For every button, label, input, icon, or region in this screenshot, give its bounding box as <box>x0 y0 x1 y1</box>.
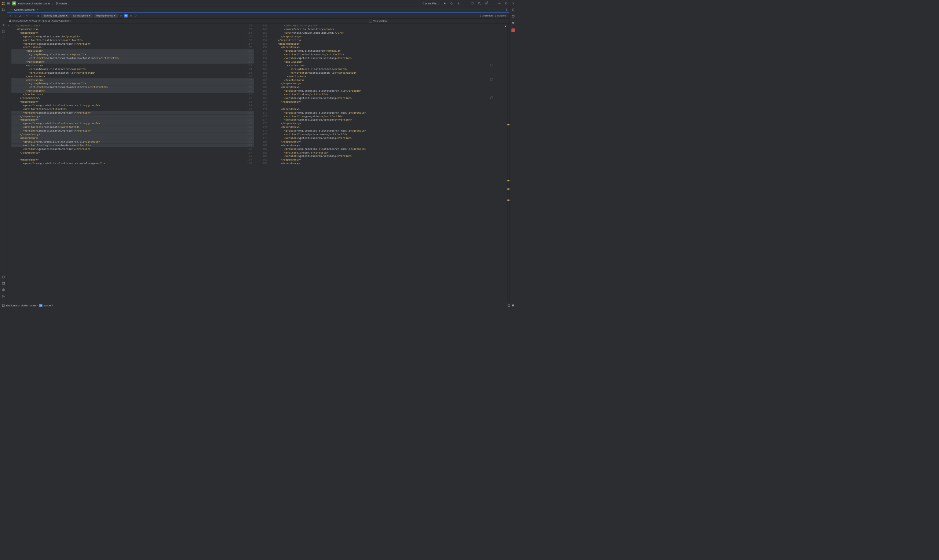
database-icon[interactable] <box>512 15 515 18</box>
structure-tool-icon[interactable] <box>2 30 5 33</box>
code-line[interactable]: <groupId>org.elasticsearch</groupId> 160 <box>11 53 254 57</box>
code-line[interactable]: <exclusion> 163 <box>11 64 254 68</box>
code-line[interactable]: 158 <exclusions> <box>261 60 504 64</box>
include-change-checkbox[interactable] <box>490 96 493 99</box>
project-dropdown[interactable]: elasticsearch-cluster-runner ⌄ <box>19 2 54 5</box>
code-line[interactable]: 178 <artifactId>analysis-common</artifac… <box>261 133 504 136</box>
prev-diff-icon[interactable]: ↑ <box>9 14 12 17</box>
code-line[interactable]: </exclusion> 166 <box>11 75 254 78</box>
code-line[interactable]: <dependency> 173 <box>11 100 254 104</box>
maven-icon[interactable]: m <box>512 21 515 25</box>
maximize-icon[interactable] <box>505 2 508 5</box>
code-line[interactable]: 166 <groupId>org.codelibs.elasticsearch.… <box>261 89 504 93</box>
code-line[interactable]: 163 </exclusions> <box>261 78 504 82</box>
code-line[interactable]: 169 </dependency> <box>261 100 504 104</box>
main-menu-icon[interactable] <box>7 2 10 5</box>
code-line[interactable]: 176 <dependency> <box>261 125 504 129</box>
edit-icon[interactable] <box>19 14 22 17</box>
code-line[interactable]: 160 <groupId>org.elasticsearch</groupId> <box>261 68 504 71</box>
code-line[interactable]: 188 <box>11 154 254 158</box>
run-icon[interactable] <box>443 2 446 5</box>
include-change-checkbox[interactable] <box>490 78 493 81</box>
code-line[interactable]: 182 <groupId>org.codelibs.elasticsearch.… <box>261 147 504 151</box>
code-line[interactable]: 162 </exclusion> <box>261 75 504 78</box>
code-line[interactable]: 152 </repositories> <box>261 38 504 42</box>
code-line[interactable]: <version>${elasticsearch.version}</versi… <box>11 111 254 115</box>
breadcrumb-file[interactable]: pom.xml <box>44 304 53 307</box>
code-line[interactable]: </dependency> 177 <box>11 114 254 118</box>
forward-icon[interactable]: → <box>30 14 33 17</box>
code-line[interactable]: 157 <version>${elasticsearch.version}</v… <box>261 57 504 60</box>
code-with-me-icon[interactable] <box>471 2 474 5</box>
list-icon[interactable] <box>37 14 40 17</box>
code-line[interactable]: 186 <dependency> <box>261 162 504 165</box>
code-line[interactable]: 184 <version>${elasticsearch.version}</v… <box>261 154 504 158</box>
more-tool-icon[interactable] <box>2 36 5 40</box>
code-line[interactable]: <groupId>org.elasticsearch</groupId> 168 <box>11 82 254 85</box>
tab-commit-pom[interactable]: Commit: pom.xml × <box>8 7 41 12</box>
next-diff-icon[interactable]: ↓ <box>14 14 17 17</box>
code-line[interactable]: <artifactId>lz4</artifactId> 175 <box>11 108 254 111</box>
code-line[interactable]: <artifactId>elasticsearch</artifactId> 1… <box>11 38 254 42</box>
collapse-icon[interactable] <box>119 14 122 17</box>
code-line[interactable]: <version>${elasticsearch.version}</versi… <box>11 42 254 45</box>
run-config-dropdown[interactable]: Current File ⌄ <box>422 2 439 5</box>
sync-scroll-icon[interactable] <box>124 14 128 18</box>
debug-icon[interactable] <box>450 2 453 5</box>
search-icon[interactable] <box>478 2 481 5</box>
breadcrumb-root[interactable]: elasticsearch-cluster-runner <box>6 304 36 307</box>
overview-ruler[interactable] <box>507 24 510 303</box>
code-line[interactable]: <groupId>org.elasticsearch</groupId> 155 <box>11 35 254 38</box>
lock-status-icon[interactable]: 🔒 <box>512 304 515 307</box>
include-change-checkbox[interactable] <box>490 64 493 66</box>
code-line[interactable]: 173 <artifactId>aggregations</artifactId… <box>261 114 504 118</box>
code-line[interactable]: <groupId>org.codelibs.elasticsearch.lib<… <box>11 104 254 108</box>
code-line[interactable]: <artifactId>elasticsearch-plugin-classlo… <box>11 57 254 60</box>
code-line[interactable]: 153 <dependencies> <box>261 42 504 45</box>
code-line[interactable]: 167 <artifactId>lz4</artifactId> <box>261 93 504 96</box>
code-line[interactable]: <exclusion> » 167 <box>11 78 254 82</box>
code-line[interactable]: 181 <dependency> <box>261 144 504 147</box>
code-line[interactable]: </dependency> 172 <box>11 96 254 100</box>
code-line[interactable]: <version>${elasticsearch.version}</versi… <box>11 147 254 151</box>
code-line[interactable]: 151 </repository> <box>261 35 504 38</box>
red-tool-icon[interactable] <box>511 29 515 32</box>
code-line[interactable]: </exclusion> 162 <box>11 60 254 64</box>
code-line[interactable]: 150 <url>https://maven.codelibs.org/</ur… <box>261 31 504 35</box>
left-diff-pane[interactable]: </repositories> 152 <dependencies> 153 <… <box>11 24 254 303</box>
notifications-icon[interactable] <box>512 8 515 11</box>
code-line[interactable]: 156 <artifactId>elasticsearch</artifactI… <box>261 53 504 57</box>
code-line[interactable]: <groupId>org.elasticsearch</groupId> 164 <box>11 68 254 71</box>
close-tab-icon[interactable]: × <box>35 8 39 11</box>
minimize-icon[interactable] <box>498 2 501 5</box>
code-line[interactable]: <dependency> 183 <box>11 136 254 140</box>
code-line[interactable]: 180 </dependency> <box>261 140 504 144</box>
commit-tool-icon[interactable] <box>2 23 5 27</box>
your-version-checkbox[interactable] <box>369 20 372 23</box>
branch-dropdown[interactable]: master ⌄ <box>56 2 70 5</box>
code-line[interactable]: </exclusion> 170 <box>11 89 254 93</box>
code-line[interactable]: <artifactId>preallocate</artifactId> 180 <box>11 125 254 129</box>
code-line[interactable]: <exclusion> » 159 <box>11 49 254 53</box>
code-line[interactable]: <groupId>org.codelibs.elasticsearch.modu… <box>11 162 254 165</box>
indent-icon[interactable] <box>508 304 510 307</box>
terminal-tool-icon[interactable] <box>2 282 5 285</box>
code-line[interactable]: 155 <groupId>org.elasticsearch</groupId> <box>261 49 504 53</box>
code-line[interactable]: 149 <name>CodeLibs Repository</name> <box>261 28 504 31</box>
code-line[interactable]: <exclusions> 158 <box>11 45 254 49</box>
code-line[interactable]: 170 <box>261 104 504 108</box>
code-line[interactable]: 161 <artifactId>elasticsearch-lz4</artif… <box>261 71 504 75</box>
code-line[interactable]: 174 <version>${elasticsearch.version}</v… <box>261 118 504 122</box>
project-tool-icon[interactable] <box>2 8 5 11</box>
vcs-tool-icon[interactable] <box>2 295 5 298</box>
code-line[interactable]: 185 </dependency> <box>261 158 504 162</box>
more-icon[interactable] <box>456 2 460 5</box>
code-line[interactable]: 165 <dependency> <box>261 85 504 89</box>
code-line[interactable]: <artifactId>plugin-classloader</artifact… <box>11 144 254 147</box>
right-diff-pane[interactable]: 148 <id>codelibs.org</id> 149 <name>Code… <box>261 24 504 303</box>
code-line[interactable]: 175 </dependency> <box>261 122 504 125</box>
code-line[interactable]: 172 <groupId>org.codelibs.elasticsearch.… <box>261 111 504 115</box>
code-line[interactable]: 154 <dependency> <box>261 45 504 49</box>
build-tool-icon[interactable] <box>2 275 5 278</box>
code-line[interactable]: </repositories> 152 <box>11 24 254 28</box>
